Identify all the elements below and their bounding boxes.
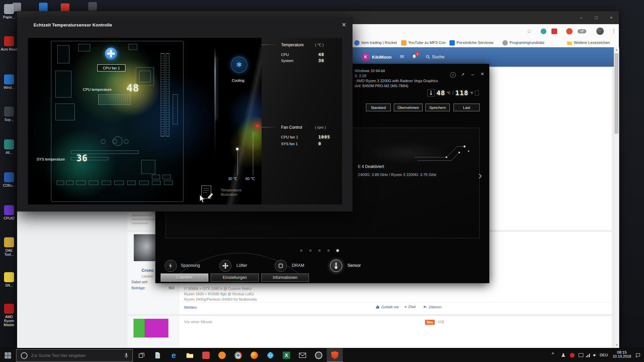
scrollbar[interactable]: ▲ ▼ [614,47,619,348]
taskbar-search[interactable] [16,349,133,362]
start-button[interactable] [5,352,11,359]
post-number-link[interactable]: #18 [438,320,444,324]
microphone-icon[interactable] [124,353,129,359]
clock[interactable]: 08:15 10.10.2018 [611,350,633,358]
cite-button[interactable]: Zitieren [423,305,441,309]
page-dot[interactable] [327,249,330,252]
app-camera[interactable] [311,348,327,362]
popout-icon[interactable]: ↗ [461,72,465,77]
page-dot[interactable] [300,249,303,252]
desktop-icon-daemon-tools[interactable]: DAE Tool... [0,237,18,256]
standard-button[interactable]: Standard [366,104,391,111]
nav-label[interactable]: Lüfter [236,263,247,268]
username-menu[interactable]: KikiMoon [372,55,392,60]
slider-handle-low[interactable] [236,148,238,150]
tray-volume-icon[interactable] [592,353,597,359]
desktop-shortcut-icon[interactable] [39,3,48,11]
quote-button[interactable]: + Zitat [405,305,416,309]
slider-handle-high[interactable] [256,125,259,127]
desktop-icon-sn[interactable]: SN... [0,272,18,287]
voltage-nav-icon[interactable] [165,260,177,272]
extension-icon[interactable] [541,28,546,34]
app-firefox[interactable] [246,348,262,362]
page-dot[interactable] [309,249,312,252]
menu-icon[interactable]: ⋮ [611,28,616,34]
globe-icon [267,352,274,359]
app-excel[interactable]: X [278,348,294,362]
post-username[interactable]: Cronc [142,268,154,273]
taskbar-apps: e X [133,348,343,362]
extension-icon[interactable] [551,28,557,34]
forum-search-button[interactable]: Suche [426,54,444,59]
tray-people-icon[interactable] [561,353,566,359]
task-view-button[interactable] [133,348,150,362]
report-link[interactable]: Melden [184,305,197,309]
close-icon[interactable]: × [481,71,484,77]
dram-nav-icon[interactable] [275,260,287,272]
desktop-icon-acrobat[interactable]: Acro Read [0,36,18,51]
desktop-icon-recycle-bin[interactable]: Papie... [0,4,18,19]
app-chrome[interactable] [230,348,246,362]
search-input[interactable] [31,353,124,358]
desktop-icon-ryzen-master[interactable]: AMD Ryzen Master [0,304,18,327]
nav-label[interactable]: Sensor [347,263,361,268]
desktop-icon-sop[interactable]: Sop... [0,107,18,122]
profile-avatar[interactable] [596,27,604,35]
desktop-icon-cdburner[interactable]: CDBu... [0,172,18,187]
save-button[interactable]: Speichern [425,104,450,111]
app-file-explorer[interactable] [182,348,198,362]
bookmark-item[interactable]: Weitere Lesezeichen [574,41,610,45]
apply-button[interactable]: Übernehmen [394,104,423,111]
page-dot[interactable] [318,249,321,252]
bookmark-item[interactable]: Persönliche Servicew [457,41,493,45]
tray-expand-chevron[interactable]: ^ [552,352,554,357]
desktop-icon-windows[interactable]: Wind... [0,74,18,89]
language-indicator[interactable]: DEU [600,353,608,357]
app-internet[interactable] [262,348,278,362]
bookmark-item[interactable]: YouTube zu MP3 Con [408,41,446,45]
nav-label[interactable]: DRAM [292,263,304,268]
action-center-icon[interactable] [635,353,641,359]
app-alarms[interactable] [214,348,230,362]
desktop-icon-cpuid[interactable]: CPUID [0,205,18,220]
close-button[interactable]: × [604,11,619,24]
tab-informationen[interactable]: Informationen [261,274,309,282]
maximize-button[interactable]: □ [589,11,604,24]
app-documents[interactable] [150,348,166,362]
app-mail[interactable] [294,348,311,362]
app-edge[interactable]: e [166,348,182,362]
tray-tablet-icon[interactable] [578,353,584,359]
app-photos[interactable] [198,348,214,362]
like-button[interactable]: Gefällt mir [376,305,399,309]
bookmark-item[interactable]: Item trading | Rocket [361,41,397,45]
desktop-shortcut-icon[interactable] [88,2,97,11]
fan-nav-icon[interactable] [219,260,231,272]
sensor-nav-icon[interactable] [330,260,342,272]
nav-label[interactable]: Spannung [181,263,200,268]
user-avatar[interactable] [133,319,168,338]
app-brave-active[interactable] [327,348,343,362]
bookmark-star-icon[interactable]: ☆ [527,28,532,35]
extension-icon[interactable] [566,28,573,35]
user-avatar[interactable]: K [362,53,370,61]
scrollbar-thumb[interactable] [614,53,619,134]
minimize-button[interactable]: – [574,11,589,24]
scroll-down-arrow[interactable]: ▼ [614,344,619,347]
page-dot-active[interactable] [336,249,339,252]
desktop-icon-all[interactable]: All... [0,139,18,155]
next-page-chevron[interactable]: › [478,169,482,182]
minimize-icon[interactable]: – [471,71,474,77]
tab-einstellungen[interactable]: Einstellungen [211,274,259,282]
decor-line [262,45,279,45]
tray-amd-icon[interactable] [570,353,575,358]
adblock-off-badge[interactable]: off [578,29,586,34]
tray-network-icon[interactable] [586,353,591,359]
mail-icon[interactable]: ✉ [400,54,404,60]
search-icon [426,55,430,59]
scroll-up-arrow[interactable]: ▲ [614,48,619,51]
info-icon[interactable]: i [450,72,456,78]
close-icon[interactable]: × [342,20,346,29]
tab-erweitert[interactable]: Erweitert [161,274,208,282]
bookmark-item[interactable]: Programmgrundsätz [509,41,544,45]
load-button[interactable]: Last [453,104,480,111]
